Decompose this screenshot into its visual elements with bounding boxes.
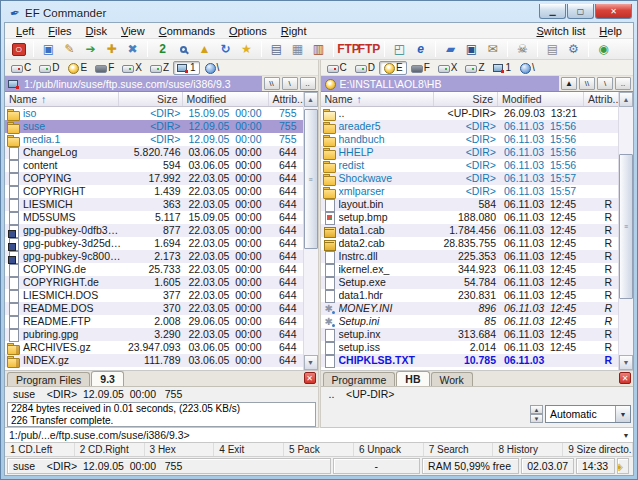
drive-button-Z[interactable]: Z xyxy=(461,61,488,75)
file-row[interactable]: README.DOS37022.03.05 00:00644 xyxy=(5,302,303,315)
file-row[interactable]: ARCHIVES.gz23.947.09303.06.05 00:00644 xyxy=(5,341,303,354)
file-row[interactable]: gpg-pubkey-0dfb3188-41ed9...87722.03.05 … xyxy=(5,224,303,237)
column-header-size[interactable]: Size xyxy=(434,92,498,106)
file-row[interactable]: gpg-pubkey-3d25d3d9-36e12...1.69422.03.0… xyxy=(5,237,303,250)
file-row[interactable]: handbuch<DIR>06.11.03 15:56 xyxy=(321,133,619,146)
minimize-button[interactable]: ▁ xyxy=(539,4,566,19)
drive-button-1[interactable]: 1 xyxy=(173,61,200,75)
drive-button-Z[interactable]: Z xyxy=(146,61,173,75)
file-row[interactable]: HHELP<DIR>06.11.03 15:56 xyxy=(321,146,619,159)
drive-button-D[interactable]: D xyxy=(35,61,63,75)
file-row[interactable]: setup.bmp188.08006.11.03 12:45R xyxy=(321,211,619,224)
scroll-thumb[interactable]: ≡ xyxy=(619,154,633,299)
history-dropdown-icon[interactable]: ▼ xyxy=(619,432,633,439)
file-row[interactable]: areader5<DIR>06.11.03 15:56 xyxy=(321,120,619,133)
toolbar-delete-button[interactable]: ✖ xyxy=(122,40,143,58)
fkey-2[interactable]: 2 CD.Right xyxy=(75,443,145,456)
toolbar-web-folder-button[interactable]: ◉ xyxy=(593,40,614,58)
spin-up-button[interactable]: ▲ xyxy=(530,405,543,414)
column-header-attrib[interactable]: Attrib... xyxy=(269,92,303,106)
spinner-control[interactable]: ▲ ▼ xyxy=(530,405,543,423)
fkey-4[interactable]: 4 Exit xyxy=(214,443,284,456)
path-button[interactable]: .. xyxy=(300,77,316,90)
drive-button-C[interactable]: C xyxy=(7,61,35,75)
file-row[interactable]: ..<UP-DIR>26.09.03 13:21 xyxy=(321,107,619,120)
fkey-5[interactable]: 5 Pack xyxy=(284,443,354,456)
path-button[interactable]: .. xyxy=(615,77,631,90)
file-row[interactable]: COPYING17.99222.03.05 00:00644 xyxy=(5,172,303,185)
path-button[interactable]: ▲ xyxy=(561,77,577,90)
toolbar-compare-button[interactable]: 2 xyxy=(152,40,173,58)
file-row[interactable]: LIESMICH36322.03.05 00:00644 xyxy=(5,198,303,211)
file-row[interactable]: Setup.ini8506.11.03 12:45R xyxy=(321,315,619,328)
file-row[interactable]: MONEY.INI89606.11.03 12:45R xyxy=(321,302,619,315)
file-row[interactable]: Instrc.dll225.35306.11.03 12:45R xyxy=(321,250,619,263)
toolbar-ftp-disconnect-button[interactable]: FTP xyxy=(359,40,380,58)
drive-button-E[interactable]: E xyxy=(379,61,407,75)
tab-program-files[interactable]: Program Files xyxy=(7,372,90,386)
file-row[interactable]: data1.cab1.784.45606.11.03 12:45R xyxy=(321,224,619,237)
spin-down-button[interactable]: ▼ xyxy=(530,414,543,423)
file-row[interactable]: content59403.06.05 00:00644 xyxy=(5,159,303,172)
file-row[interactable]: COPYING.de25.73322.03.05 00:00644 xyxy=(5,263,303,276)
file-row[interactable]: README.FTP2.00829.06.05 00:00644 xyxy=(5,315,303,328)
path-button[interactable]: \ xyxy=(597,77,613,90)
toolbar-calculator-button[interactable]: ▦ xyxy=(287,40,308,58)
scroll-up-button[interactable]: ▲ xyxy=(304,92,318,107)
toolbar-kill-process-button[interactable]: ☠ xyxy=(512,40,533,58)
tab-hb[interactable]: HB xyxy=(396,371,429,386)
file-row[interactable]: setup.iss2.01406.11.03 12:45R xyxy=(321,341,619,354)
file-row[interactable]: INDEX.gz111.78903.06.05 00:00644 xyxy=(5,354,303,367)
file-row[interactable]: LIESMICH.DOS37722.03.05 00:00644 xyxy=(5,289,303,302)
menu-view[interactable]: View xyxy=(114,24,152,38)
scroll-up-button[interactable]: ▲ xyxy=(619,92,633,107)
fkey-1[interactable]: 1 CD.Left xyxy=(5,443,75,456)
tab-9-3[interactable]: 9.3 xyxy=(91,371,124,386)
toolbar-move-button[interactable]: ➔ xyxy=(80,40,101,58)
fkey-3[interactable]: 3 Hex xyxy=(145,443,215,456)
file-row[interactable]: data1.hdr230.83106.11.03 12:45R xyxy=(321,289,619,302)
column-header-modified[interactable]: Modified xyxy=(183,92,269,106)
menu-help[interactable]: Help xyxy=(592,24,629,38)
toolbar-folder-window-button[interactable]: ▰ xyxy=(440,40,461,58)
file-row[interactable]: MD5SUMS5.11715.09.05 00:00644 xyxy=(5,211,303,224)
drive-button-E[interactable]: E xyxy=(63,61,91,75)
toolbar-archives-button[interactable]: ▥ xyxy=(308,40,329,58)
drive-button-1[interactable]: 1 xyxy=(489,61,516,75)
toolbar-ftp-connect-button[interactable]: FTP xyxy=(338,40,359,58)
tab-close-button[interactable]: ✕ xyxy=(304,372,316,384)
menu-switch-list[interactable]: Switch list xyxy=(529,24,592,38)
file-row[interactable]: gpg-pubkey-9c800aca-40d80...2.17322.03.0… xyxy=(5,250,303,263)
menu-files[interactable]: Files xyxy=(41,24,78,38)
column-header-size[interactable]: Size xyxy=(119,92,183,106)
scroll-down-button[interactable]: ▼ xyxy=(304,355,318,370)
path-button[interactable]: \ xyxy=(282,77,298,90)
right-scrollbar[interactable]: ▲ ≡ ▼ xyxy=(618,92,633,370)
fkey-6[interactable]: 6 Unpack xyxy=(354,443,424,456)
chevron-down-icon[interactable]: ▼ xyxy=(615,406,630,422)
column-header-modified[interactable]: Modified xyxy=(498,92,584,106)
toolbar-computer-button[interactable]: ▣ xyxy=(461,40,482,58)
drive-button-X[interactable]: X xyxy=(118,61,146,75)
tab-programme[interactable]: Programme xyxy=(323,372,396,386)
toolbar-mail-button[interactable]: ✉ xyxy=(482,40,503,58)
file-row[interactable]: pubring.gpg3.29022.03.05 00:00644 xyxy=(5,328,303,341)
drive-button-F[interactable]: F xyxy=(91,61,118,75)
fkey-8[interactable]: 8 History xyxy=(493,443,563,456)
fkey-7[interactable]: 7 Search xyxy=(424,443,494,456)
column-header-name[interactable]: Name↑ xyxy=(5,92,119,106)
titlebar[interactable]: ✒ EF Commander ▁ ▢ ✕ xyxy=(4,1,634,22)
toolbar-edit-button[interactable]: ✎ xyxy=(59,40,80,58)
toolbar-favorites-button[interactable]: ★ xyxy=(236,40,257,58)
file-row[interactable]: iso<DIR>15.09.05 00:00755 xyxy=(5,107,303,120)
file-row[interactable]: Shockwave<DIR>06.11.03 15:57 xyxy=(321,172,619,185)
menu-commands[interactable]: Commands xyxy=(152,24,222,38)
menu-disk[interactable]: Disk xyxy=(79,24,114,38)
file-row[interactable]: ChangeLog5.820.74603.06.05 00:00644 xyxy=(5,146,303,159)
drive-button-net[interactable]: \ xyxy=(200,61,224,75)
toolbar-print-button[interactable]: ▤ xyxy=(542,40,563,58)
menu-right[interactable]: Right xyxy=(274,24,314,38)
connection-icon[interactable]: ◈ xyxy=(617,461,623,472)
file-row[interactable]: ikernel.ex_344.92306.11.03 12:45R xyxy=(321,263,619,276)
left-scrollbar[interactable]: ▲ ≡ ▼ xyxy=(303,92,318,370)
